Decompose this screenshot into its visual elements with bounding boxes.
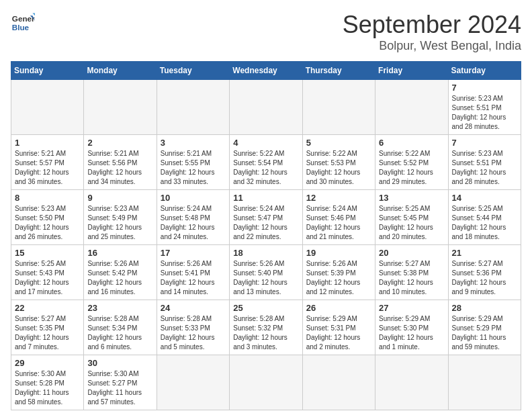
day-number: 24: [161, 303, 226, 313]
calendar-cell: 7Sunrise: 5:23 AMSunset: 5:51 PMDaylight…: [448, 80, 521, 135]
day-number: 4: [233, 138, 298, 148]
day-number: 9: [87, 193, 152, 203]
calendar-cell: 9Sunrise: 5:23 AMSunset: 5:49 PMDaylight…: [84, 190, 157, 245]
day-info: Sunrise: 5:24 AMSunset: 5:47 PMDaylight:…: [233, 204, 298, 242]
day-number: 7: [452, 83, 517, 93]
calendar-cell: [302, 355, 375, 410]
svg-text:Blue: Blue: [12, 23, 30, 32]
calendar-cell: 18Sunrise: 5:26 AMSunset: 5:40 PMDayligh…: [230, 245, 302, 300]
calendar-cell: 17Sunrise: 5:26 AMSunset: 5:41 PMDayligh…: [157, 245, 229, 300]
calendar-cell: 30Sunrise: 5:30 AMSunset: 5:27 PMDayligh…: [84, 355, 157, 410]
day-number: 19: [306, 248, 371, 258]
day-number: 28: [452, 303, 517, 313]
weekday-header-cell: Thursday: [302, 62, 375, 80]
day-number: 16: [87, 248, 152, 258]
calendar-cell: [230, 80, 302, 135]
day-number: 11: [233, 193, 298, 203]
calendar-cell: [302, 80, 375, 135]
day-number: 21: [452, 248, 517, 258]
calendar-cell: [157, 355, 229, 410]
calendar-cell: 3Sunrise: 5:21 AMSunset: 5:55 PMDaylight…: [157, 135, 229, 190]
calendar-cell: 16Sunrise: 5:26 AMSunset: 5:42 PMDayligh…: [84, 245, 157, 300]
calendar-cell: 7Sunrise: 5:23 AMSunset: 5:51 PMDaylight…: [448, 135, 521, 190]
calendar-cell: 25Sunrise: 5:28 AMSunset: 5:32 PMDayligh…: [230, 300, 302, 355]
calendar-row: 22Sunrise: 5:27 AMSunset: 5:35 PMDayligh…: [11, 300, 521, 355]
calendar-cell: 15Sunrise: 5:25 AMSunset: 5:43 PMDayligh…: [11, 245, 84, 300]
calendar-cell: 29Sunrise: 5:30 AMSunset: 5:28 PMDayligh…: [11, 355, 84, 410]
day-info: Sunrise: 5:29 AMSunset: 5:30 PMDaylight:…: [379, 314, 444, 352]
day-info: Sunrise: 5:24 AMSunset: 5:48 PMDaylight:…: [161, 204, 226, 242]
weekday-header-cell: Wednesday: [230, 62, 302, 80]
day-number: 8: [15, 193, 80, 203]
day-info: Sunrise: 5:26 AMSunset: 5:40 PMDaylight:…: [233, 259, 298, 297]
logo: General Blue: [11, 11, 35, 35]
day-number: 12: [306, 193, 371, 203]
day-number: 3: [161, 138, 226, 148]
day-number: 1: [15, 138, 80, 148]
day-info: Sunrise: 5:26 AMSunset: 5:42 PMDaylight:…: [87, 259, 152, 297]
day-info: Sunrise: 5:23 AMSunset: 5:51 PMDaylight:…: [452, 94, 517, 132]
month-title: September 2024: [343, 11, 521, 39]
day-number: 25: [233, 303, 298, 313]
calendar-cell: 22Sunrise: 5:27 AMSunset: 5:35 PMDayligh…: [11, 300, 84, 355]
calendar-cell: 12Sunrise: 5:24 AMSunset: 5:46 PMDayligh…: [302, 190, 375, 245]
day-info: Sunrise: 5:24 AMSunset: 5:46 PMDaylight:…: [306, 204, 371, 242]
location-title: Bolpur, West Bengal, India: [343, 39, 521, 53]
calendar-cell: [375, 355, 448, 410]
calendar-cell: 20Sunrise: 5:27 AMSunset: 5:38 PMDayligh…: [375, 245, 448, 300]
calendar-cell: 26Sunrise: 5:29 AMSunset: 5:31 PMDayligh…: [302, 300, 375, 355]
day-info: Sunrise: 5:29 AMSunset: 5:31 PMDaylight:…: [306, 314, 371, 352]
day-number: 22: [15, 303, 80, 313]
weekday-header-cell: Sunday: [11, 62, 84, 80]
calendar-cell: 24Sunrise: 5:28 AMSunset: 5:33 PMDayligh…: [157, 300, 229, 355]
calendar-cell: 14Sunrise: 5:25 AMSunset: 5:44 PMDayligh…: [448, 190, 521, 245]
day-info: Sunrise: 5:27 AMSunset: 5:38 PMDaylight:…: [379, 259, 444, 297]
day-number: 30: [87, 358, 152, 368]
header: General Blue September 2024 Bolpur, West…: [11, 11, 521, 53]
calendar-cell: 8Sunrise: 5:23 AMSunset: 5:50 PMDaylight…: [11, 190, 84, 245]
calendar-cell: [448, 355, 521, 410]
day-number: 20: [379, 248, 444, 258]
weekday-header-cell: Saturday: [448, 62, 521, 80]
weekday-header-cell: Monday: [84, 62, 157, 80]
calendar-cell: 21Sunrise: 5:27 AMSunset: 5:36 PMDayligh…: [448, 245, 521, 300]
day-info: Sunrise: 5:29 AMSunset: 5:29 PMDaylight:…: [452, 314, 517, 352]
weekday-header-row: SundayMondayTuesdayWednesdayThursdayFrid…: [11, 62, 521, 80]
day-number: 29: [15, 358, 80, 368]
day-number: 26: [306, 303, 371, 313]
day-number: 23: [87, 303, 152, 313]
day-number: 18: [233, 248, 298, 258]
calendar-cell: 13Sunrise: 5:25 AMSunset: 5:45 PMDayligh…: [375, 190, 448, 245]
day-info: Sunrise: 5:28 AMSunset: 5:33 PMDaylight:…: [161, 314, 226, 352]
calendar-table: SundayMondayTuesdayWednesdayThursdayFrid…: [11, 61, 521, 410]
calendar-cell: 2Sunrise: 5:21 AMSunset: 5:56 PMDaylight…: [84, 135, 157, 190]
calendar-row: 1Sunrise: 5:21 AMSunset: 5:57 PMDaylight…: [11, 135, 521, 190]
day-number: 15: [15, 248, 80, 258]
day-number: 10: [161, 193, 226, 203]
day-info: Sunrise: 5:23 AMSunset: 5:51 PMDaylight:…: [452, 149, 517, 187]
calendar-cell: [84, 80, 157, 135]
calendar-cell: 4Sunrise: 5:22 AMSunset: 5:54 PMDaylight…: [230, 135, 302, 190]
calendar-cell: 10Sunrise: 5:24 AMSunset: 5:48 PMDayligh…: [157, 190, 229, 245]
day-info: Sunrise: 5:23 AMSunset: 5:50 PMDaylight:…: [15, 204, 80, 242]
calendar-cell: [375, 80, 448, 135]
day-info: Sunrise: 5:25 AMSunset: 5:43 PMDaylight:…: [15, 259, 80, 297]
day-info: Sunrise: 5:22 AMSunset: 5:54 PMDaylight:…: [233, 149, 298, 187]
day-info: Sunrise: 5:21 AMSunset: 5:55 PMDaylight:…: [161, 149, 226, 187]
day-info: Sunrise: 5:30 AMSunset: 5:27 PMDaylight:…: [87, 369, 152, 407]
weekday-header-cell: Friday: [375, 62, 448, 80]
calendar-cell: 5Sunrise: 5:22 AMSunset: 5:53 PMDaylight…: [302, 135, 375, 190]
calendar-cell: 1Sunrise: 5:21 AMSunset: 5:57 PMDaylight…: [11, 135, 84, 190]
svg-text:General: General: [12, 14, 35, 23]
calendar-cell: [230, 355, 302, 410]
day-number: 5: [306, 138, 371, 148]
calendar-cell: 19Sunrise: 5:26 AMSunset: 5:39 PMDayligh…: [302, 245, 375, 300]
day-info: Sunrise: 5:28 AMSunset: 5:34 PMDaylight:…: [87, 314, 152, 352]
calendar-cell: [11, 80, 84, 135]
day-info: Sunrise: 5:25 AMSunset: 5:45 PMDaylight:…: [379, 204, 444, 242]
day-info: Sunrise: 5:27 AMSunset: 5:35 PMDaylight:…: [15, 314, 80, 352]
day-number: 6: [379, 138, 444, 148]
weekday-header-cell: Tuesday: [157, 62, 229, 80]
day-info: Sunrise: 5:28 AMSunset: 5:32 PMDaylight:…: [233, 314, 298, 352]
day-number: 13: [379, 193, 444, 203]
